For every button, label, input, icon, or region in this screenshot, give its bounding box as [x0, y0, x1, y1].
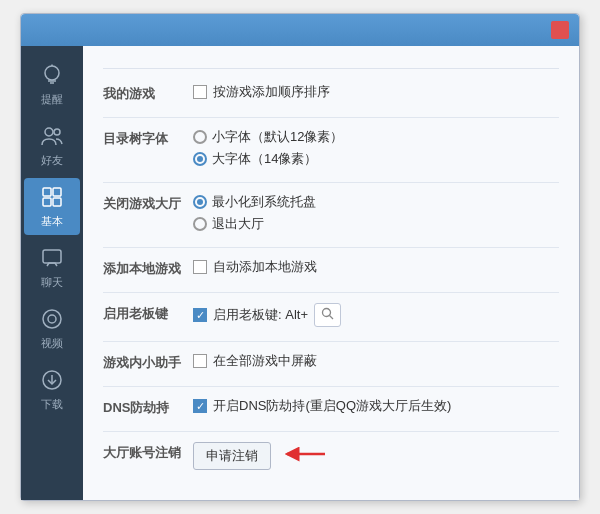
svg-rect-9 [53, 198, 61, 206]
system-settings-window: 提醒好友基本聊天视频下载 我的游戏按游戏添加顺序排序目录树字体小字体（默认12像… [20, 13, 580, 501]
radio-label-minimize-tray: 最小化到系统托盘 [212, 193, 316, 211]
divider-after-hotkey [103, 341, 559, 342]
divider-after-dns [103, 431, 559, 432]
radio-minimize-tray[interactable]: 最小化到系统托盘 [193, 193, 559, 211]
checkbox-label-add-local-games: 自动添加本地游戏 [213, 258, 317, 276]
svg-rect-6 [43, 188, 51, 196]
svg-point-12 [48, 315, 56, 323]
svg-point-0 [45, 66, 59, 80]
row-add-local-games: 添加本地游戏自动添加本地游戏 [103, 258, 559, 278]
sidebar-item-label-video: 视频 [41, 336, 63, 351]
svg-rect-8 [43, 198, 51, 206]
titlebar [21, 14, 579, 46]
radio-exit-hall[interactable]: 退出大厅 [193, 215, 559, 233]
cancel-account-button[interactable]: 申请注销 [193, 442, 271, 470]
section-title [103, 62, 559, 69]
label-my-games: 我的游戏 [103, 83, 193, 103]
main-content: 我的游戏按游戏添加顺序排序目录树字体小字体（默认12像素）大字体（14像素）关闭… [83, 46, 579, 500]
label-dns: DNS防劫持 [103, 397, 193, 417]
label-add-local-games: 添加本地游戏 [103, 258, 193, 278]
svg-point-5 [54, 129, 60, 135]
sidebar-item-download[interactable]: 下载 [24, 361, 80, 418]
checkbox-in-game-assistant[interactable] [193, 354, 207, 368]
checkbox-my-games[interactable] [193, 85, 207, 99]
arrow-indicator [283, 442, 331, 470]
radio-circle-large-font [193, 152, 207, 166]
friends-icon [41, 125, 63, 150]
sidebar-item-label-chat: 聊天 [41, 275, 63, 290]
chat-icon [41, 247, 63, 272]
svg-point-15 [323, 309, 331, 317]
radio-label-exit-hall: 退出大厅 [212, 215, 264, 233]
row-hotkey: 启用老板键启用老板键: Alt+ [103, 303, 559, 327]
reminder-icon [41, 64, 63, 89]
checkbox-dns[interactable] [193, 399, 207, 413]
svg-point-4 [45, 128, 53, 136]
divider-after-add-local-games [103, 292, 559, 293]
radio-label-small-font: 小字体（默认12像素） [212, 128, 343, 146]
sidebar-item-label-basic: 基本 [41, 214, 63, 229]
svg-rect-7 [53, 188, 61, 196]
sidebar-item-label-reminder: 提醒 [41, 92, 63, 107]
svg-point-11 [43, 310, 61, 328]
checkbox-label-my-games: 按游戏添加顺序排序 [213, 83, 330, 101]
hotkey-search-box[interactable] [314, 303, 341, 327]
checkbox-label-dns: 开启DNS防劫持(重启QQ游戏大厅后生效) [213, 397, 451, 415]
search-icon [321, 307, 334, 323]
download-icon [41, 369, 63, 394]
radio-small-font[interactable]: 小字体（默认12像素） [193, 128, 559, 146]
radio-circle-small-font [193, 130, 207, 144]
svg-line-16 [330, 316, 334, 320]
radio-circle-minimize-tray [193, 195, 207, 209]
svg-rect-10 [43, 250, 61, 263]
checkbox-add-local-games[interactable] [193, 260, 207, 274]
basic-icon [41, 186, 63, 211]
sidebar-item-label-download: 下载 [41, 397, 63, 412]
sidebar-item-video[interactable]: 视频 [24, 300, 80, 357]
sidebar-item-basic[interactable]: 基本 [24, 178, 80, 235]
sidebar-item-reminder[interactable]: 提醒 [24, 56, 80, 113]
video-icon [41, 308, 63, 333]
label-hotkey: 启用老板键 [103, 303, 193, 323]
divider-after-in-game-assistant [103, 386, 559, 387]
row-account-cancel: 大厅账号注销申请注销 [103, 442, 559, 470]
checkbox-label-in-game-assistant: 在全部游戏中屏蔽 [213, 352, 317, 370]
row-in-game-assistant: 游戏内小助手在全部游戏中屏蔽 [103, 352, 559, 372]
row-my-games: 我的游戏按游戏添加顺序排序 [103, 83, 559, 103]
label-close-hall: 关闭游戏大厅 [103, 193, 193, 213]
sidebar-item-chat[interactable]: 聊天 [24, 239, 80, 296]
divider-after-close-hall [103, 247, 559, 248]
hotkey-text: 启用老板键: Alt+ [213, 306, 308, 324]
sidebar-item-label-friends: 好友 [41, 153, 63, 168]
label-font-size: 目录树字体 [103, 128, 193, 148]
label-account-cancel: 大厅账号注销 [103, 442, 193, 462]
divider-after-font-size [103, 182, 559, 183]
sidebar: 提醒好友基本聊天视频下载 [21, 46, 83, 500]
radio-circle-exit-hall [193, 217, 207, 231]
close-button[interactable] [551, 21, 569, 39]
sidebar-item-friends[interactable]: 好友 [24, 117, 80, 174]
row-font-size: 目录树字体小字体（默认12像素）大字体（14像素） [103, 128, 559, 168]
content-area: 提醒好友基本聊天视频下载 我的游戏按游戏添加顺序排序目录树字体小字体（默认12像… [21, 46, 579, 500]
checkbox-hotkey[interactable] [193, 308, 207, 322]
radio-large-font[interactable]: 大字体（14像素） [193, 150, 559, 168]
label-in-game-assistant: 游戏内小助手 [103, 352, 193, 372]
row-close-hall: 关闭游戏大厅最小化到系统托盘退出大厅 [103, 193, 559, 233]
divider-after-my-games [103, 117, 559, 118]
row-dns: DNS防劫持开启DNS防劫持(重启QQ游戏大厅后生效) [103, 397, 559, 417]
radio-label-large-font: 大字体（14像素） [212, 150, 317, 168]
